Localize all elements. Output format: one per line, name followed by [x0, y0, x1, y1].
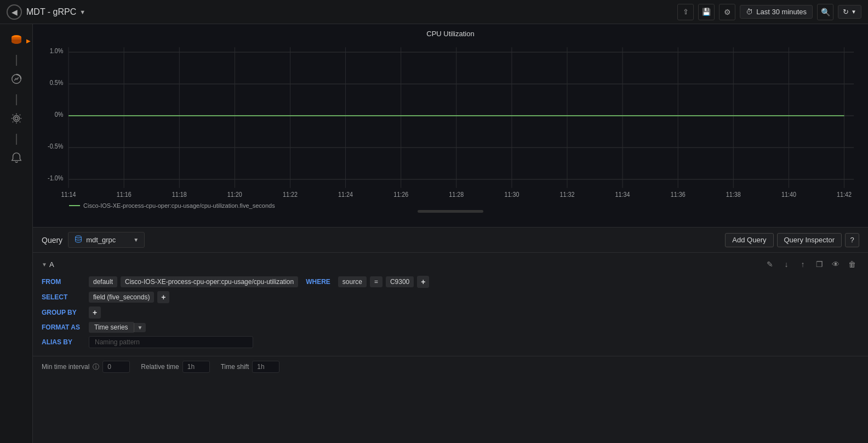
- trash-icon: 🗑: [848, 260, 856, 269]
- svg-text:11:20: 11:20: [227, 191, 242, 198]
- svg-text:11:30: 11:30: [504, 191, 519, 198]
- time-shift-input[interactable]: [252, 361, 279, 373]
- svg-text:11:36: 11:36: [671, 191, 686, 198]
- svg-text:11:38: 11:38: [726, 191, 741, 198]
- datasource-select[interactable]: mdt_grpc ▼: [68, 232, 145, 248]
- help-button[interactable]: ?: [845, 233, 859, 247]
- time-shift-group: Time shift: [221, 361, 280, 373]
- add-where-button[interactable]: +: [417, 276, 429, 288]
- toggle-visibility-button[interactable]: 👁: [829, 257, 843, 271]
- chart-container: 1.0% 0.5% 0% -0.5% -1.0%: [42, 41, 859, 200]
- settings-button[interactable]: ⚙: [719, 4, 735, 20]
- chart-area: CPU Utilization 1.0% 0.5% 0% -0.5% -1.0%: [33, 24, 868, 227]
- gear-icon: ⚙: [724, 8, 731, 16]
- min-interval-label: Min time interval: [42, 363, 89, 371]
- query-block-letter: A: [49, 260, 54, 269]
- move-down-button[interactable]: ↓: [779, 257, 793, 271]
- time-shift-label: Time shift: [221, 363, 249, 371]
- refresh-button[interactable]: ↻ ▼: [838, 5, 861, 19]
- info-icon[interactable]: ⓘ: [93, 362, 99, 372]
- svg-text:11:16: 11:16: [117, 191, 132, 198]
- share-icon: ⇧: [683, 8, 689, 16]
- svg-text:11:14: 11:14: [61, 191, 77, 198]
- from-table[interactable]: Cisco-IOS-XE-process-cpu-oper:cpu-usage/…: [121, 276, 298, 287]
- move-up-button[interactable]: ↑: [796, 257, 810, 271]
- query-header-actions: Add Query Query Inspector ?: [725, 233, 859, 247]
- time-range-label: Last 30 minutes: [756, 8, 807, 16]
- chart-title: CPU Utilization: [42, 30, 859, 38]
- svg-text:1.0%: 1.0%: [50, 48, 64, 55]
- add-group-by-button[interactable]: +: [89, 306, 101, 319]
- arrow-up-icon: ↑: [801, 260, 805, 269]
- search-button[interactable]: 🔍: [817, 4, 833, 20]
- svg-text:11:22: 11:22: [283, 191, 298, 198]
- copy-icon: ❐: [816, 260, 823, 269]
- datasource-name: mdt_grpc: [86, 236, 116, 244]
- chart-svg: 1.0% 0.5% 0% -0.5% -1.0%: [42, 41, 859, 200]
- add-query-button[interactable]: Add Query: [725, 233, 773, 247]
- refresh-arrow-icon: ▼: [851, 9, 856, 15]
- datasource-icon: [10, 33, 23, 49]
- query-block-actions: ✎ ↓ ↑ ❐ 👁: [763, 257, 859, 271]
- search-icon: 🔍: [821, 8, 830, 16]
- where-field[interactable]: source: [338, 276, 367, 287]
- query-block-a: ▼ A ✎ ↓ ↑ ❐: [33, 253, 868, 356]
- dashboard-title-text: MDT - gRPC: [26, 7, 76, 17]
- svg-text:11:18: 11:18: [172, 191, 187, 198]
- scroll-indicator[interactable]: [418, 210, 483, 213]
- svg-text:0.5%: 0.5%: [50, 79, 64, 87]
- edit-query-button[interactable]: ✎: [763, 257, 777, 271]
- query-label: Query: [42, 236, 62, 245]
- add-select-button[interactable]: +: [157, 291, 169, 303]
- bell-icon: [10, 152, 22, 167]
- svg-text:11:42: 11:42: [837, 191, 852, 198]
- format-as-row: FORMAT AS Time series ▼: [42, 322, 859, 333]
- query-inspector-button[interactable]: Query Inspector: [777, 233, 842, 247]
- group-by-label: GROUP BY: [42, 309, 85, 316]
- format-select: Time series ▼: [89, 322, 146, 333]
- share-button[interactable]: ⇧: [677, 4, 694, 20]
- svg-text:11:28: 11:28: [449, 191, 464, 198]
- from-label: FROM: [42, 278, 85, 286]
- query-block-label[interactable]: ▼ A: [42, 260, 54, 269]
- select-value[interactable]: field (five_seconds): [89, 292, 154, 303]
- sidebar: ▶: [0, 24, 33, 443]
- sidebar-item-datasource[interactable]: ▶: [4, 29, 28, 53]
- sidebar-item-settings[interactable]: [4, 107, 28, 132]
- legend-line: [69, 205, 80, 206]
- group-by-row: GROUP BY +: [42, 306, 859, 319]
- sidebar-item-chart[interactable]: [4, 68, 28, 92]
- svg-point-44: [76, 236, 82, 238]
- settings-sidebar-icon: [10, 112, 22, 127]
- save-icon: 💾: [702, 8, 711, 16]
- from-row: FROM default Cisco-IOS-XE-process-cpu-op…: [42, 276, 859, 288]
- sidebar-item-alerts[interactable]: [4, 147, 28, 171]
- duplicate-query-button[interactable]: ❐: [812, 257, 826, 271]
- format-select-value[interactable]: Time series: [89, 322, 134, 333]
- format-dropdown-icon[interactable]: ▼: [134, 323, 146, 332]
- chart-icon: [10, 73, 22, 88]
- collapse-arrow-icon: ▼: [42, 262, 47, 268]
- svg-point-3: [13, 115, 19, 121]
- svg-text:11:34: 11:34: [615, 191, 631, 198]
- relative-time-input[interactable]: [182, 361, 210, 373]
- min-interval-input[interactable]: [102, 361, 130, 373]
- dashboard-title[interactable]: MDT - gRPC ▼: [26, 7, 85, 17]
- delete-query-button[interactable]: 🗑: [845, 257, 859, 271]
- alias-input[interactable]: [89, 336, 253, 348]
- select-row: SELECT field (five_seconds) +: [42, 291, 859, 303]
- refresh-icon: ↻: [843, 8, 849, 16]
- select-label: SELECT: [42, 293, 85, 301]
- eye-icon: 👁: [832, 260, 840, 269]
- svg-text:0%: 0%: [55, 111, 64, 118]
- back-button[interactable]: ◀: [7, 4, 22, 20]
- where-op[interactable]: =: [370, 276, 382, 287]
- arrow-down-icon: ↓: [785, 260, 789, 269]
- where-value[interactable]: C9300: [386, 276, 414, 287]
- top-nav: ◀ MDT - gRPC ▼ ⇧ 💾 ⚙ ⏱ Last 30 minutes 🔍…: [0, 0, 868, 24]
- datasource-arrow-icon: ▶: [26, 38, 31, 44]
- from-db[interactable]: default: [89, 276, 117, 287]
- datasource-dropdown-icon: ▼: [133, 237, 139, 243]
- time-range-button[interactable]: ⏱ Last 30 minutes: [740, 5, 813, 19]
- save-button[interactable]: 💾: [698, 4, 715, 20]
